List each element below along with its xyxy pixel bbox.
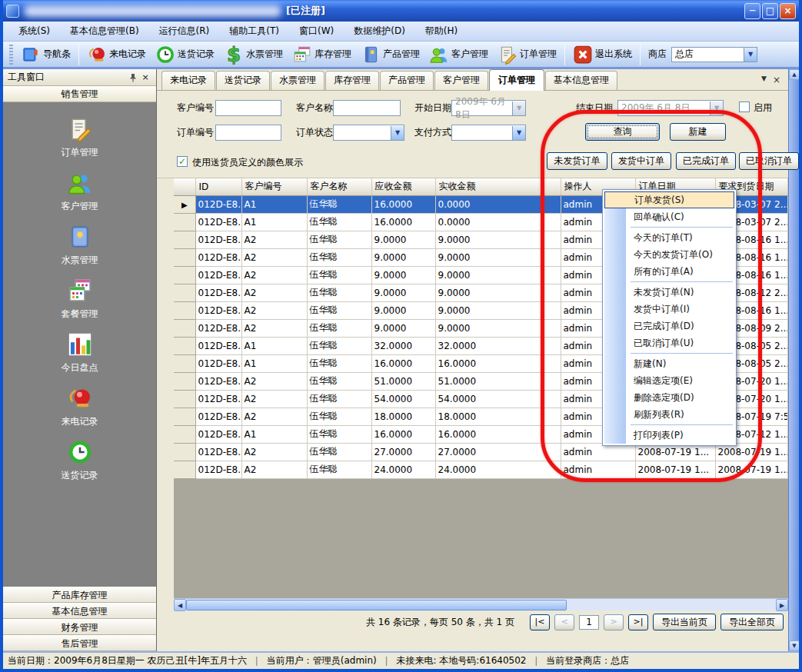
row-selector[interactable]: [174, 231, 195, 248]
cell-customer-no[interactable]: A2: [241, 372, 307, 390]
customer-no-input[interactable]: [215, 100, 281, 116]
cell-customer-name[interactable]: 伍华聪: [307, 284, 371, 301]
cell-receivable[interactable]: 16.0000: [371, 425, 435, 443]
cell-customer-name[interactable]: 伍华聪: [307, 195, 371, 213]
cell-id[interactable]: 012D-E8...: [195, 231, 241, 248]
sidebar-item-delivery-records[interactable]: 送货记录: [62, 439, 98, 482]
scroll-up-icon[interactable]: ▲: [789, 69, 800, 80]
cell-customer-name[interactable]: 伍华聪: [307, 248, 371, 266]
query-button[interactable]: 查询: [585, 123, 660, 141]
sidebar-section-sales[interactable]: 销售管理: [3, 86, 156, 102]
cell-receivable[interactable]: 9.0000: [371, 284, 435, 301]
shop-combobox[interactable]: 总店 ▼: [671, 47, 757, 62]
cell-id[interactable]: 012D-E8...: [195, 390, 241, 408]
cell-customer-name[interactable]: 伍华聪: [307, 301, 371, 319]
cell-id[interactable]: 012D-E8...: [195, 461, 241, 478]
cell-receivable[interactable]: 9.0000: [371, 319, 435, 337]
cell-customer-name[interactable]: 伍华聪: [307, 337, 371, 354]
cell-received[interactable]: 9.0000: [435, 266, 561, 284]
toolbar-inventory-button[interactable]: 库存管理: [288, 43, 356, 66]
toolbar-delivery-records-button[interactable]: 送货记录: [151, 43, 219, 66]
end-date-picker[interactable]: 2009年 6月 8日 ▼: [617, 100, 724, 116]
cell-received[interactable]: 27.0000: [435, 443, 561, 461]
table-row[interactable]: 012D-E8... A2 伍华聪 24.0000 24.0000 admin …: [174, 461, 787, 478]
cell-received[interactable]: 9.0000: [435, 231, 561, 248]
row-selector[interactable]: [174, 390, 195, 408]
col-header-customer-no[interactable]: 客户编号: [241, 178, 307, 195]
cell-receivable[interactable]: 16.0000: [371, 354, 435, 372]
row-selector[interactable]: [174, 372, 195, 390]
minimize-button[interactable]: ─: [744, 3, 760, 19]
cell-received[interactable]: 51.0000: [435, 372, 561, 390]
cell-receivable[interactable]: 16.0000: [371, 213, 435, 231]
sidebar-section-bar[interactable]: 基本信息管理: [3, 603, 156, 619]
scroll-left-icon[interactable]: ◀: [174, 599, 186, 611]
cell-order-date[interactable]: 2008-07-19 1...: [635, 461, 715, 478]
tab-call-records[interactable]: 来电记录: [161, 71, 215, 90]
cell-received[interactable]: 54.0000: [435, 390, 561, 408]
order-status-filter-button[interactable]: 已完成订单: [676, 152, 736, 170]
toolbar-customer-button[interactable]: 客户管理: [424, 43, 493, 66]
scrollbar-track[interactable]: [567, 599, 776, 610]
prev-page-button[interactable]: <: [554, 614, 574, 630]
context-menu-item-todays-shipped[interactable]: 今天的发货订单(O): [604, 246, 734, 263]
cell-received[interactable]: 24.0000: [435, 461, 561, 478]
cell-customer-name[interactable]: 伍华聪: [307, 408, 371, 425]
start-date-picker[interactable]: 2009年 6月 8日 ▼: [451, 100, 526, 116]
toolbar-exit-button[interactable]: 退出系统: [568, 43, 637, 66]
order-status-filter-button[interactable]: 已取消订单: [739, 152, 799, 170]
toolbar-nav-button[interactable]: 导航条: [16, 43, 75, 66]
tab-scroll-icon[interactable]: ▼: [761, 75, 767, 85]
cell-id[interactable]: 012D-E8...: [195, 319, 241, 337]
cell-receivable[interactable]: 9.0000: [371, 231, 435, 248]
cell-customer-no[interactable]: A1: [241, 213, 307, 231]
maximize-button[interactable]: □: [762, 3, 778, 19]
cell-required-date[interactable]: 2008-07-19 1...: [715, 461, 787, 478]
pin-icon[interactable]: [127, 72, 139, 84]
sidebar-item-call-records[interactable]: 来电记录: [62, 385, 98, 428]
sidebar-item-customer-mgmt[interactable]: 客户管理: [62, 170, 98, 213]
cell-customer-no[interactable]: A1: [241, 337, 307, 354]
cell-id[interactable]: 012D-E8...: [195, 425, 241, 443]
cell-customer-no[interactable]: A1: [241, 354, 307, 372]
cell-id[interactable]: 012D-E8...: [195, 372, 241, 390]
context-menu-item-todays-orders[interactable]: 今天的订单(T): [604, 229, 734, 246]
cell-receivable[interactable]: 27.0000: [371, 443, 435, 461]
cell-received[interactable]: 9.0000: [435, 301, 561, 319]
cell-receivable[interactable]: 9.0000: [371, 248, 435, 266]
tab-product[interactable]: 产品管理: [380, 71, 434, 90]
cell-id[interactable]: 012D-E8...: [195, 195, 241, 213]
menu-bar-item[interactable]: 运行信息(R): [150, 22, 219, 41]
horizontal-scrollbar[interactable]: ◀ ▶: [174, 598, 788, 610]
col-header-id[interactable]: ID: [195, 178, 241, 195]
cell-customer-no[interactable]: A2: [241, 461, 307, 478]
cell-receivable[interactable]: 9.0000: [371, 266, 435, 284]
toolbar-water-ticket-button[interactable]: $ 水票管理: [219, 43, 288, 66]
row-selector[interactable]: [174, 195, 195, 213]
context-menu-item-confirm-receipt[interactable]: 回单确认(C): [604, 208, 734, 225]
cell-receivable[interactable]: 51.0000: [371, 372, 435, 390]
row-selector[interactable]: [174, 248, 195, 266]
context-menu-item-all-orders[interactable]: 所有的订单(A): [604, 263, 734, 280]
scrollbar-thumb[interactable]: [186, 600, 567, 610]
cell-customer-name[interactable]: 伍华聪: [307, 231, 371, 248]
export-all-pages-button[interactable]: 导出全部页: [720, 614, 784, 630]
menu-bar-item[interactable]: 数据维护(D): [344, 22, 414, 41]
col-header-received[interactable]: 实收金额: [435, 178, 561, 195]
sidebar-section-bar[interactable]: 财务管理: [3, 619, 156, 635]
cell-operator[interactable]: admin: [561, 461, 635, 478]
row-selector[interactable]: [174, 284, 195, 301]
context-menu-item-shipping[interactable]: 发货中订单(I): [604, 301, 734, 318]
sidebar-item-today-stocktake[interactable]: 今日盘点: [62, 331, 98, 374]
cell-customer-no[interactable]: A2: [241, 319, 307, 337]
cell-id[interactable]: 012D-E8...: [195, 284, 241, 301]
cell-customer-name[interactable]: 伍华聪: [307, 425, 371, 443]
cell-customer-no[interactable]: A1: [241, 195, 307, 213]
row-selector[interactable]: [174, 301, 195, 319]
cell-received[interactable]: 9.0000: [435, 284, 561, 301]
cell-customer-name[interactable]: 伍华聪: [307, 266, 371, 284]
cell-customer-name[interactable]: 伍华聪: [307, 461, 371, 478]
cell-id[interactable]: 012D-E8...: [195, 408, 241, 425]
tab-water-ticket[interactable]: 水票管理: [271, 71, 324, 90]
cell-customer-name[interactable]: 伍华聪: [307, 443, 371, 461]
